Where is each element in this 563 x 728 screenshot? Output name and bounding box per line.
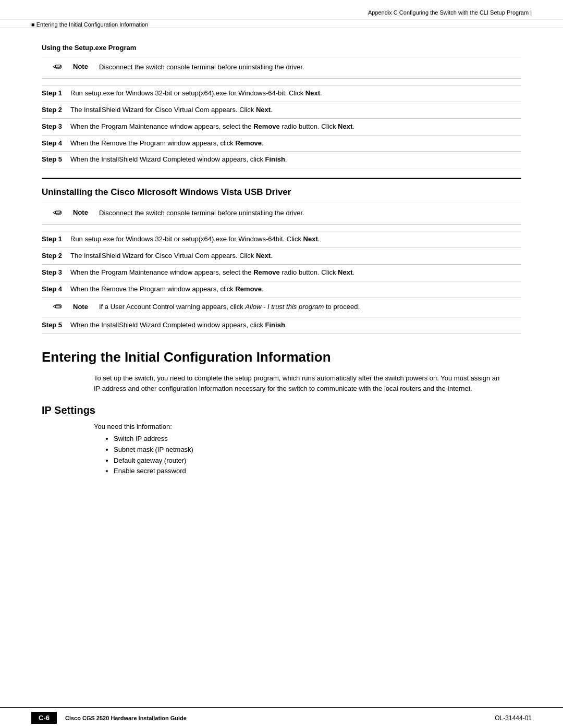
setup-exe-heading: Using the Setup.exe Program xyxy=(42,44,521,52)
step-content: When the Program Maintenance window appe… xyxy=(70,118,521,135)
footer-doc-title: Cisco CGS 2520 Hardware Installation Gui… xyxy=(65,715,187,721)
list-item: Enable secret password xyxy=(114,466,521,477)
note-label-2: Note xyxy=(73,208,88,216)
note-pencil-icon-3: ✏ xyxy=(53,301,62,313)
table-row: Step 5 When the InstallShield Wizard Com… xyxy=(42,317,521,334)
note-pencil-icon-2: ✏ xyxy=(53,207,62,219)
note-icon-area-3: ✏ xyxy=(42,301,73,314)
note-label-col-3: Note xyxy=(73,301,99,312)
table-row: Step 3 When the Program Maintenance wind… xyxy=(42,264,521,281)
step-content: Run setup.exe for Windows 32-bit or setu… xyxy=(70,231,521,248)
step-content: When the Program Maintenance window appe… xyxy=(70,264,521,281)
step-label: Step 3 xyxy=(42,264,70,281)
footer-left: C-6 Cisco CGS 2520 Hardware Installation… xyxy=(31,712,187,724)
uninstalling-steps: Step 1 Run setup.exe for Windows 32-bit … xyxy=(42,231,521,334)
step-content: The InstallShield Wizard for Cisco Virtu… xyxy=(70,248,521,265)
setup-exe-note-text: Disconnect the switch console terminal b… xyxy=(99,61,521,72)
page-footer: C-6 Cisco CGS 2520 Hardware Installation… xyxy=(0,707,563,728)
step-label: Step 5 xyxy=(42,152,70,168)
bullet-switch-ip: Switch IP address xyxy=(114,435,168,442)
list-item: Subnet mask (IP netmask) xyxy=(114,445,521,455)
setup-exe-steps: Step 1 Run setup.exe for Windows 32-bit … xyxy=(42,85,521,168)
step-label: Step 2 xyxy=(42,248,70,265)
uninstalling-section: Uninstalling the Cisco Microsoft Windows… xyxy=(42,187,521,334)
step-content: The InstallShield Wizard for Cisco Virtu… xyxy=(70,102,521,118)
list-item: Default gateway (router) xyxy=(114,455,521,466)
breadcrumb: ■ Entering the Initial Configuration Inf… xyxy=(0,19,563,28)
step-content: When the Remove the Program window appea… xyxy=(70,281,521,298)
entering-config-intro: To set up the switch, you need to comple… xyxy=(94,373,506,394)
page-container: Appendix C Configuring the Switch with t… xyxy=(0,0,563,728)
table-row: Step 1 Run setup.exe for Windows 32-bit … xyxy=(42,231,521,248)
note-label-col-2: Note xyxy=(73,207,99,216)
footer-doc-num: OL-31444-01 xyxy=(495,714,532,722)
step-label: Step 2 xyxy=(42,102,70,118)
note-label: Note xyxy=(73,63,88,70)
setup-exe-note: ✏ Note Disconnect the switch console ter… xyxy=(42,57,521,79)
note-icon-area: ✏ xyxy=(42,61,73,74)
note-icon-area-2: ✏ xyxy=(42,207,73,220)
table-row: Step 4 When the Remove the Program windo… xyxy=(42,281,521,298)
uninstalling-note-text: Disconnect the switch console terminal b… xyxy=(99,207,521,218)
header-right-text: Appendix C Configuring the Switch with t… xyxy=(368,9,532,16)
setup-exe-section: Using the Setup.exe Program ✏ Note Disco… xyxy=(42,44,521,168)
uninstalling-heading: Uninstalling the Cisco Microsoft Windows… xyxy=(42,187,521,198)
note-label-3: Note xyxy=(73,303,88,311)
step-label: Step 4 xyxy=(42,281,70,298)
step-label: Step 5 xyxy=(42,317,70,334)
uninstalling-note: ✏ Note Disconnect the switch console ter… xyxy=(42,203,521,225)
header-right: Appendix C Configuring the Switch with t… xyxy=(368,9,532,16)
page-header: Appendix C Configuring the Switch with t… xyxy=(0,0,563,19)
bullet-subnet-mask: Subnet mask (IP netmask) xyxy=(114,446,193,453)
bullet-enable-secret: Enable secret password xyxy=(114,467,186,475)
table-row: Step 2 The InstallShield Wizard for Cisc… xyxy=(42,248,521,265)
note-label-col: Note xyxy=(73,61,99,70)
step-content: When the InstallShield Wizard Completed … xyxy=(70,317,521,334)
table-row: Step 1 Run setup.exe for Windows 32-bit … xyxy=(42,85,521,102)
note-row-td: ✏ Note If a User Account Control warning… xyxy=(42,298,521,317)
footer-page-num: C-6 xyxy=(31,712,57,724)
ip-settings-bullet-list: Switch IP address Subnet mask (IP netmas… xyxy=(104,434,521,477)
table-row: Step 3 When the Program Maintenance wind… xyxy=(42,118,521,135)
bullet-default-gateway: Default gateway (router) xyxy=(114,456,186,464)
table-row: Step 2 The InstallShield Wizard for Cisc… xyxy=(42,102,521,118)
step-label: Step 3 xyxy=(42,118,70,135)
main-content: Using the Setup.exe Program ✏ Note Disco… xyxy=(0,28,563,492)
list-item: Switch IP address xyxy=(114,434,521,445)
you-need-text: You need this information: xyxy=(94,423,521,430)
ip-settings-heading: IP Settings xyxy=(42,404,521,416)
table-row-note: ✏ Note If a User Account Control warning… xyxy=(42,298,521,317)
breadcrumb-text: ■ Entering the Initial Configuration Inf… xyxy=(31,21,148,28)
table-row: Step 4 When the Remove the Program windo… xyxy=(42,135,521,152)
step-label: Step 1 xyxy=(42,85,70,102)
entering-config-title: Entering the Initial Configuration Infor… xyxy=(42,349,521,365)
note2-text: If a User Account Control warning appear… xyxy=(99,301,517,312)
step-content: When the InstallShield Wizard Completed … xyxy=(70,152,521,168)
step-label: Step 4 xyxy=(42,135,70,152)
note-pencil-icon: ✏ xyxy=(53,61,62,73)
step-label: Step 1 xyxy=(42,231,70,248)
step-content: Run setup.exe for Windows 32-bit or setu… xyxy=(70,85,521,102)
note-inline: ✏ Note If a User Account Control warning… xyxy=(42,301,517,314)
table-row: Step 5 When the InstallShield Wizard Com… xyxy=(42,152,521,168)
step-content: When the Remove the Program window appea… xyxy=(70,135,521,152)
section-divider xyxy=(42,178,521,179)
